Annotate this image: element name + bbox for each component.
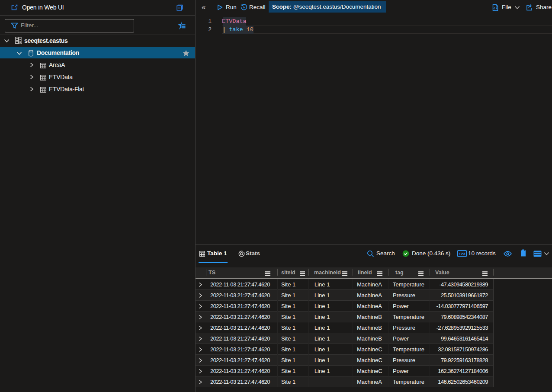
svg-text:123: 123 xyxy=(459,252,465,256)
